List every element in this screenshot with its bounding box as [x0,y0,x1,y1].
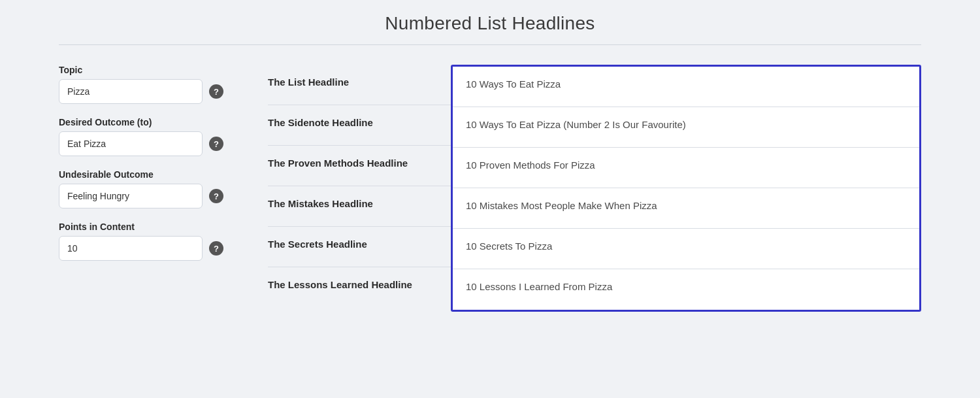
headline-value-2: 10 Proven Methods For Pizza [453,148,919,188]
headline-value-3: 10 Mistakes Most People Make When Pizza [453,188,919,229]
headline-value-0: 10 Ways To Eat Pizza [453,67,919,107]
field-row-undesirable_outcome: ? [59,184,229,208]
headline-label-3: The Mistakes Headline [268,186,451,227]
page-title-container: Numbered List Headlines [59,13,921,45]
field-label-desired_outcome: Desired Outcome (to) [59,117,229,127]
input-points_in_content[interactable] [59,236,203,261]
headline-label-2: The Proven Methods Headline [268,146,451,186]
input-undesirable_outcome[interactable] [59,184,203,208]
field-group-topic: Topic? [59,65,229,104]
page-container: Numbered List Headlines Topic?Desired Ou… [33,0,947,325]
page-title: Numbered List Headlines [59,13,921,34]
headline-label-5: The Lessons Learned Headline [268,267,451,308]
field-group-undesirable_outcome: Undesirable Outcome? [59,169,229,208]
field-label-points_in_content: Points in Content [59,222,229,232]
headline-label-0: The List Headline [268,65,451,105]
input-desired_outcome[interactable] [59,131,203,156]
help-icon-points_in_content[interactable]: ? [209,241,223,256]
field-group-desired_outcome: Desired Outcome (to)? [59,117,229,156]
headlines-table-layout: The List HeadlineThe Sidenote HeadlineTh… [268,65,921,312]
label-column: The List HeadlineThe Sidenote HeadlineTh… [268,65,451,312]
input-topic[interactable] [59,79,203,104]
field-row-points_in_content: ? [59,236,229,261]
headline-value-5: 10 Lessons I Learned From Pizza [453,269,919,310]
field-row-desired_outcome: ? [59,131,229,156]
headline-value-1: 10 Ways To Eat Pizza (Number 2 Is Our Fa… [453,107,919,148]
help-icon-desired_outcome[interactable]: ? [209,137,223,151]
headline-label-1: The Sidenote Headline [268,105,451,146]
field-group-points_in_content: Points in Content? [59,222,229,261]
content-area: Topic?Desired Outcome (to)?Undesirable O… [59,65,921,312]
headline-label-4: The Secrets Headline [268,227,451,267]
right-panel: The List HeadlineThe Sidenote HeadlineTh… [268,65,921,312]
field-label-topic: Topic [59,65,229,75]
value-column: 10 Ways To Eat Pizza10 Ways To Eat Pizza… [451,65,921,312]
left-panel: Topic?Desired Outcome (to)?Undesirable O… [59,65,229,261]
help-icon-topic[interactable]: ? [209,84,223,99]
headline-value-4: 10 Secrets To Pizza [453,229,919,269]
field-label-undesirable_outcome: Undesirable Outcome [59,169,229,180]
help-icon-undesirable_outcome[interactable]: ? [209,189,223,203]
field-row-topic: ? [59,79,229,104]
